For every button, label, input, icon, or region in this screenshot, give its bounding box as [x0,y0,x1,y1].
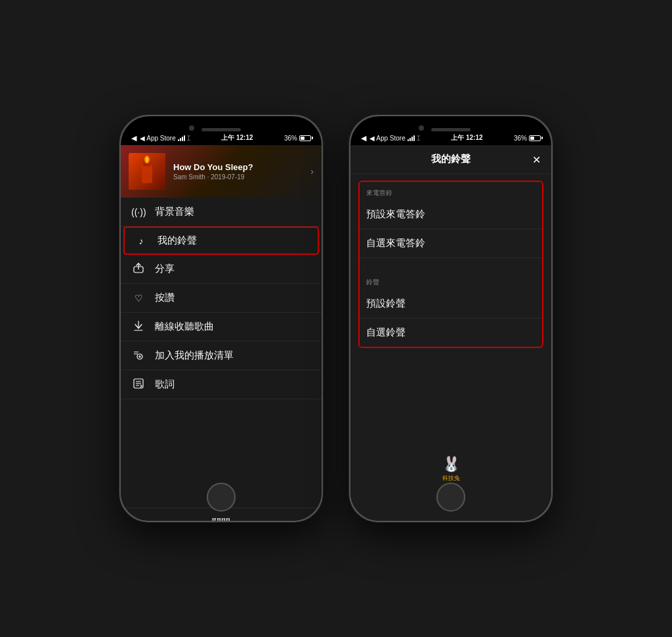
right-speaker-top [431,128,471,131]
status-time: 上午 12:12 [221,133,253,143]
right-battery-pct: 36% [514,135,527,142]
back-arrow-icon: ◀ [131,134,136,143]
watermark: 🐰 科技兔 [442,456,460,483]
share-icon [131,263,146,275]
background-music-icon: ((·)) [131,207,146,217]
album-art [129,153,165,190]
menu-item-add-playlist[interactable]: 加入我的播放清單 [121,341,322,370]
menu-item-offline[interactable]: 離線收聽歌曲 [121,313,322,341]
incoming-call-section-label: 來電答鈴 [360,182,542,200]
signal-bars [178,135,185,141]
background-music-label: 背景音樂 [155,206,311,218]
lyrics-icon [131,378,146,391]
offline-label: 離線收聽歌曲 [155,320,311,333]
add-playlist-icon [131,349,146,362]
right-battery-icon [529,135,541,141]
status-bar: ◀ ◀ App Store ⌶ 上午 12:12 36% [121,129,322,145]
like-icon: ♡ [131,293,146,303]
ringtone-screen: 我的鈴聲 ✕ 來電答鈴 預設來電答鈴 自選來電答鈴 [350,145,551,521]
left-phone-screen: ◀ ◀ App Store ⌶ 上午 12:12 36% [121,116,322,521]
ringtone-item-custom-incoming[interactable]: 自選來電答鈴 [360,229,542,258]
watermark-label: 科技兔 [442,474,460,483]
right-status-right: 36% [514,135,541,142]
battery-icon [299,135,311,141]
song-info: How Do You Sleep? Sam Smith · 2019-07-19 [173,162,303,181]
ringtone-section-label: 鈴聲 [360,271,542,290]
menu-item-background-music[interactable]: ((·)) 背景音樂 [121,198,322,227]
ringtone-item-custom[interactable]: 自選鈴聲 [360,318,542,347]
menu-list: ((·)) 背景音樂 ♪ 我的鈴聲 [121,198,322,508]
custom-incoming-label: 自選來電答鈴 [366,237,425,250]
right-status-bar: ◀ ◀ App Store ⌶ 上午 12:12 36% [350,129,551,145]
right-status-time: 上午 12:12 [451,133,482,143]
right-phone-screen: ◀ ◀ App Store ⌶ 上午 12:12 36% [350,116,551,521]
ringtone-close-button[interactable]: ✕ [532,153,541,165]
music-screen: How Do You Sleep? Sam Smith · 2019-07-19… [121,145,322,521]
lyrics-label: 歌詞 [155,378,311,391]
status-right: 36% [284,135,311,142]
carrier-label: ◀ App Store [140,135,176,142]
right-home-button[interactable] [436,483,465,512]
like-label: 按讚 [155,292,311,304]
home-button[interactable] [207,483,236,512]
default-incoming-label: 預設來電答鈴 [366,208,425,221]
default-ringtone-label: 預設鈴聲 [366,297,406,310]
song-meta: Sam Smith · 2019-07-19 [173,173,303,181]
ringtone-icon: ♪ [134,236,148,246]
menu-item-lyrics[interactable]: 歌詞 [121,370,322,399]
ringtone-label: 我的鈴聲 [158,234,308,247]
right-phone: ◀ ◀ App Store ⌶ 上午 12:12 36% [349,115,553,522]
section-spacer [360,258,542,271]
offline-icon [131,320,146,333]
right-wifi-icon: ⌶ [417,135,420,141]
menu-item-like[interactable]: ♡ 按讚 [121,284,322,313]
album-art-section: How Do You Sleep? Sam Smith · 2019-07-19… [121,145,322,198]
right-status-left: ◀ ◀ App Store ⌶ [361,134,420,143]
right-phone-body: ◀ ◀ App Store ⌶ 上午 12:12 36% [349,115,553,522]
menu-item-share[interactable]: 分享 [121,255,322,284]
share-label: 分享 [155,263,311,275]
watermark-rabbit-icon: 🐰 [442,456,460,473]
right-camera-dot [419,125,424,131]
left-phone-body: ◀ ◀ App Store ⌶ 上午 12:12 36% [119,115,323,522]
camera-dot [189,125,194,131]
right-back-arrow-icon: ◀ [361,134,366,143]
wifi-icon: ⌶ [187,135,190,141]
custom-ringtone-label: 自選鈴聲 [366,326,406,339]
ringtone-header: 我的鈴聲 ✕ [350,145,551,174]
speaker-top [201,128,241,131]
ringtone-item-default-incoming[interactable]: 預設來電答鈴 [360,200,542,229]
ringtone-section-box: 來電答鈴 預設來電答鈴 自選來電答鈴 鈴聲 預設鈴聲 [358,181,543,348]
ringtone-title: 我的鈴聲 [431,153,471,165]
chevron-right-icon: › [310,166,314,177]
battery-pct: 36% [284,135,297,142]
right-carrier-label: ◀ App Store [369,135,406,142]
status-left: ◀ ◀ App Store ⌶ [131,134,190,143]
svg-point-4 [146,157,148,162]
svg-rect-1 [142,165,152,183]
add-playlist-label: 加入我的播放清單 [155,349,311,362]
right-signal-bars [408,135,415,141]
song-title: How Do You Sleep? [173,162,303,172]
menu-item-my-ringtone[interactable]: ♪ 我的鈴聲 [123,227,319,255]
ringtone-item-default[interactable]: 預設鈴聲 [360,290,542,318]
album-art-inner [129,153,165,190]
close-button[interactable]: 關閉 [212,517,230,521]
left-phone: ◀ ◀ App Store ⌶ 上午 12:12 36% [119,115,323,522]
